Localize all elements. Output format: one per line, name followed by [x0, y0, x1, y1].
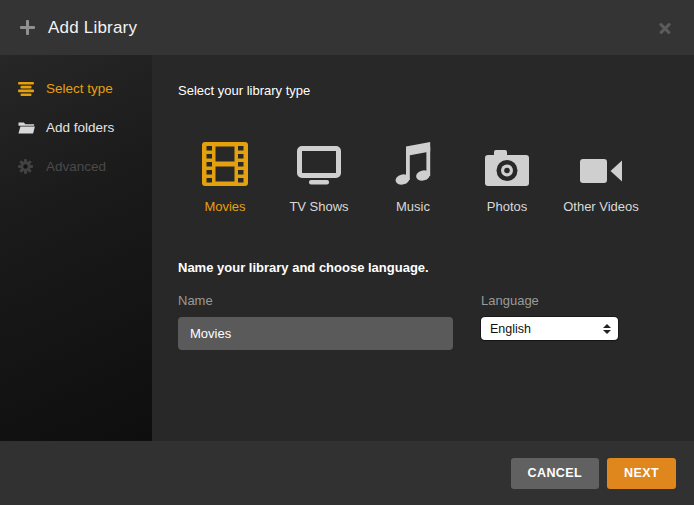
type-option-music[interactable]: Music — [366, 138, 460, 214]
language-selected-value: English — [490, 322, 531, 336]
language-field-label: Language — [481, 293, 618, 308]
sidebar-item-label: Select type — [46, 81, 113, 96]
dialog-footer: CANCEL NEXT — [0, 441, 694, 505]
film-icon — [178, 138, 272, 186]
sidebar-item-advanced[interactable]: Advanced — [0, 147, 152, 186]
language-select[interactable]: English — [481, 317, 618, 340]
type-option-movies[interactable]: Movies — [178, 138, 272, 214]
plus-icon — [20, 20, 35, 35]
gear-icon — [18, 159, 35, 174]
camera-icon — [460, 138, 554, 186]
sidebar-item-label: Advanced — [46, 159, 106, 174]
library-name-input[interactable] — [178, 317, 453, 350]
close-icon[interactable] — [656, 19, 674, 37]
sidebar-item-label: Add folders — [46, 120, 114, 135]
type-option-label: Photos — [460, 199, 554, 214]
sidebar-item-select-type[interactable]: Select type — [0, 69, 152, 108]
dialog-body: Select type Add folders — [0, 55, 694, 441]
type-option-tv-shows[interactable]: TV Shows — [272, 138, 366, 214]
folder-icon — [18, 120, 35, 135]
wizard-steps-sidebar: Select type Add folders — [0, 55, 152, 441]
video-camera-icon — [554, 138, 648, 186]
select-type-panel: Select your library type — [152, 55, 694, 441]
sidebar-item-add-folders[interactable]: Add folders — [0, 108, 152, 147]
cancel-button[interactable]: CANCEL — [511, 458, 599, 489]
select-arrows-icon — [603, 324, 611, 334]
next-button[interactable]: NEXT — [607, 458, 676, 489]
type-option-label: TV Shows — [272, 199, 366, 214]
name-language-fields: Name Language English — [178, 293, 668, 350]
dialog-header: Add Library — [0, 0, 694, 55]
select-type-icon — [18, 81, 35, 96]
name-language-heading: Name your library and choose language. — [178, 260, 668, 275]
type-option-label: Other Videos — [554, 199, 648, 214]
library-type-picker: Movies TV Shows — [178, 138, 668, 214]
dialog-title: Add Library — [48, 18, 137, 38]
type-option-label: Movies — [178, 199, 272, 214]
name-field-label: Name — [178, 293, 453, 308]
type-option-label: Music — [366, 199, 460, 214]
type-option-other-videos[interactable]: Other Videos — [554, 138, 648, 214]
library-type-heading: Select your library type — [178, 83, 668, 98]
add-library-dialog: Add Library Select type — [0, 0, 694, 505]
type-option-photos[interactable]: Photos — [460, 138, 554, 214]
tv-icon — [272, 138, 366, 186]
name-field-group: Name — [178, 293, 453, 350]
music-note-icon — [366, 138, 460, 186]
language-field-group: Language English — [481, 293, 618, 350]
